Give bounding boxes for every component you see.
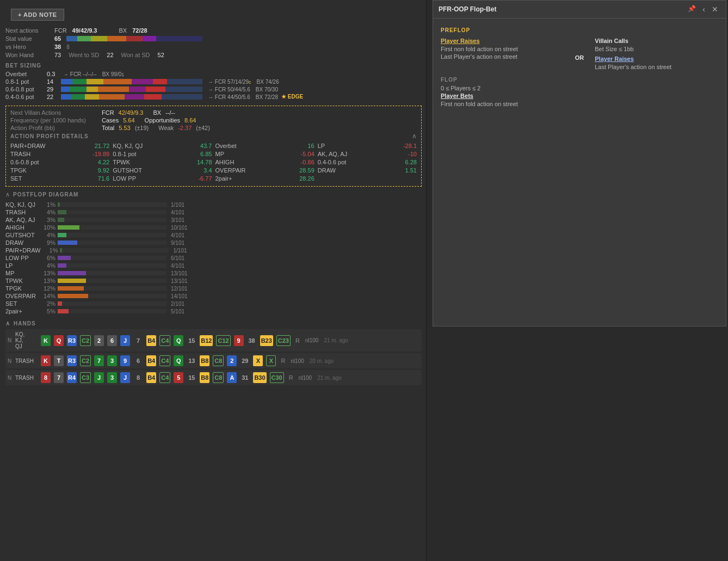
hand-row: NTRASH87R4C3J3J8B4C4515B8C8A31B30C30Rnl1…: [5, 370, 422, 385]
player-raises-col: Player Raises First non fold action on s…: [441, 38, 564, 61]
card: J: [120, 372, 130, 383]
villain-actions-label: Next Villain Actions: [10, 109, 97, 116]
postflop-row-name: TPWK: [5, 278, 38, 284]
rp-collapse-button[interactable]: ‹: [700, 5, 707, 14]
postflop-row-bar: [58, 309, 166, 313]
card: Q: [54, 335, 64, 346]
postflop-row-count: 13/101: [171, 270, 193, 276]
postflop-row-count: 13/101: [171, 278, 193, 284]
panel-divider: [426, 0, 427, 561]
postflop-row-bar: [58, 233, 166, 237]
postflop-row-name: OVERPAIR: [5, 293, 38, 299]
hands-collapse-icon[interactable]: ∧: [5, 320, 10, 327]
opps-val: 8.64: [184, 117, 196, 124]
hand-r: R: [295, 337, 300, 344]
postflop-row-name: SET: [5, 300, 38, 307]
villain-fcr-label: FCR: [102, 109, 114, 116]
frequency-label: Frequency (per 1000 hands): [10, 117, 97, 124]
last-action-label: Last Player's action on street: [441, 53, 564, 60]
flop-title: Flop: [441, 77, 718, 83]
postflop-row-bar: [58, 286, 166, 291]
apd-cell: MP-5.04: [215, 150, 314, 158]
hand-game: nl100: [305, 337, 318, 343]
postflop-row: TPWK13%13/101: [5, 278, 422, 284]
postflop-row-pct: 12%: [40, 285, 55, 292]
postflop-row-name: TRASH: [5, 209, 38, 215]
apd-name: OVERPAIR: [215, 167, 246, 174]
postflop-row-count: 2/101: [171, 301, 193, 307]
apd-value: 3.4: [203, 167, 212, 174]
postflop-row-pct: 1%: [42, 247, 58, 254]
apd-value: 6.28: [405, 159, 417, 165]
postflop-row-name: LOW PP: [5, 255, 38, 261]
postflop-collapse-icon[interactable]: ∧: [5, 191, 10, 198]
stat-value-label: Stat value: [5, 35, 49, 42]
weak-pm: (±42): [196, 125, 210, 131]
apd-cell: AK, AQ, AJ-10: [318, 150, 417, 158]
card: C23: [276, 335, 291, 346]
postflop-row: LOW PP6%6/101: [5, 255, 422, 261]
postflop-row-name: PAIR+DRAW: [5, 247, 40, 254]
apd-name: LOW PP: [113, 175, 136, 182]
villain-bx-label: BX: [153, 109, 161, 116]
hands-title: HANDS: [14, 320, 36, 326]
postflop-row-name: MP: [5, 270, 38, 276]
hand-game: nl100: [299, 375, 312, 381]
hand-time: 20 m. ago: [310, 358, 334, 364]
vs-hero-label: vs Hero: [5, 44, 49, 50]
total-label: Total: [102, 125, 114, 131]
card: 3: [107, 355, 117, 366]
apd-value: -10: [408, 151, 417, 157]
preflop-section-title: Preflop: [441, 27, 718, 33]
bet-04-06-bar: [61, 94, 202, 100]
apd-value: 9.92: [98, 167, 109, 174]
card: Q: [174, 355, 183, 366]
postflop-row-pct: 14%: [40, 293, 55, 299]
postflop-row-name: DRAW: [5, 239, 38, 246]
hand-n-badge: N: [8, 358, 13, 364]
hand-r: R: [289, 374, 293, 381]
postflop-row: GUTSHOT4%4/101: [5, 232, 422, 238]
postflop-row-count: 6/101: [171, 255, 193, 261]
card: C4: [159, 372, 170, 383]
card: R3: [67, 355, 77, 366]
cases-label: Cases: [102, 117, 119, 124]
card: B30: [253, 372, 266, 383]
apd-value: -5.04: [301, 151, 314, 157]
bet-04-06-bx: BX 72/28: [256, 94, 278, 100]
weak-val: -2.37: [178, 125, 192, 131]
apd-chevron-icon[interactable]: ∧: [412, 132, 417, 140]
villain-calls-label: Villain Calls: [595, 38, 718, 44]
total-val: 5.53: [119, 125, 130, 131]
postflop-row: 2pair+5%5/101: [5, 308, 422, 315]
card: 6: [107, 335, 117, 346]
bet-sizing-section: BET SIZING Overbet 0.3 → FCR --/--/-- BX…: [0, 60, 427, 103]
card: Q: [174, 335, 183, 346]
card: 13: [187, 355, 196, 366]
postflop-row-count: 12/101: [171, 286, 193, 292]
postflop-row: PAIR+DRAW1%1/101: [5, 247, 422, 254]
card: A: [227, 372, 237, 383]
postflop-row-count: 10/101: [171, 225, 193, 231]
card: B12: [200, 335, 213, 346]
postflop-row-bar: [58, 256, 166, 260]
card: 5: [174, 372, 183, 383]
bet-08-1-bx: BX 74/26: [257, 79, 279, 85]
stat-value: 65: [54, 35, 61, 42]
rp-close-button[interactable]: ✕: [710, 5, 720, 14]
hand-row: NTRASHKTR3C27396B4C4Q13B8C8229XXRnl10020…: [5, 353, 422, 368]
add-note-button[interactable]: + ADD NOTE: [11, 9, 64, 21]
apd-name: TPWK: [113, 159, 130, 165]
card: R3: [67, 335, 77, 346]
postflop-row-bar: [58, 225, 166, 230]
apd-header: ACTION PROFIT DETAILS ∧: [10, 132, 417, 140]
won-sd-label: Won at SD: [121, 52, 150, 58]
hand-game: nl100: [291, 358, 304, 364]
villain-bx-val: --/--: [165, 109, 175, 116]
bet-08-1-count: 14: [47, 78, 58, 85]
postflop-row-bar: [58, 202, 166, 207]
bet-06-08-bx: BX 70/30: [256, 87, 278, 93]
rp-pin-button[interactable]: 📌: [686, 5, 698, 14]
postflop-row-count: 1/101: [171, 202, 193, 208]
bet-08-1-label: 0.8-1 pot: [5, 78, 44, 85]
